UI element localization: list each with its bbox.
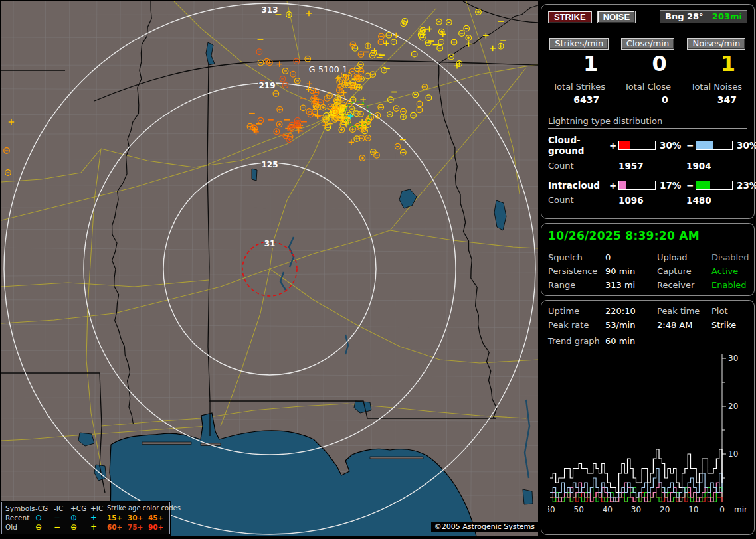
svg-text:50: 50 xyxy=(574,505,584,514)
age-code-90: 90+ xyxy=(148,522,168,532)
range-value: 313 mi xyxy=(605,280,657,290)
squelch-value: 0 xyxy=(605,252,657,262)
copyright-text: ©2005 Astrogenic Systems xyxy=(431,522,538,532)
uptime-value: 220:10 xyxy=(605,306,657,316)
old-cg-neg-icon: ⊖ xyxy=(35,522,54,532)
svg-text:313: 313 xyxy=(261,5,278,15)
trend-graph: 1020306050403020100min xyxy=(548,350,747,526)
peak-time-label: Peak time xyxy=(657,306,711,316)
legend-symbols-header: Symbols xyxy=(5,504,35,513)
svg-text:31: 31 xyxy=(264,239,276,248)
cg-negative-count: 1904 xyxy=(686,161,747,171)
trend-graph-value: 60 min xyxy=(605,336,747,346)
cg-positive-bar xyxy=(618,141,656,150)
cloud-ground-count-row: Count 1957 1904 xyxy=(548,161,747,171)
bearing-distance: 203mi xyxy=(712,11,742,23)
svg-text:40: 40 xyxy=(603,505,613,514)
strike-mode-button[interactable]: STRIKE xyxy=(548,11,592,23)
age-code-30: 30+ xyxy=(128,513,148,522)
strikes-per-min-column: Strikes/min 1 Total Strikes 6437 xyxy=(548,38,610,105)
total-strikes-value: 6437 xyxy=(548,94,610,105)
legend-col-cg-pos: +CG xyxy=(70,504,90,513)
bearing-display: Bng 28° 203mi xyxy=(660,10,747,23)
persistence-label: Persistence xyxy=(548,266,605,276)
ic-positive-count: 1096 xyxy=(618,195,686,206)
ic-negative-bar xyxy=(696,181,733,190)
legend-row-recent-label: Recent xyxy=(5,513,35,522)
upload-label: Upload xyxy=(657,252,711,262)
svg-text:G-5100-1: G-5100-1 xyxy=(309,64,347,74)
recent-ic-neg-icon: − xyxy=(54,513,70,522)
old-ic-pos-icon: + xyxy=(90,522,107,532)
svg-text:20: 20 xyxy=(728,402,738,411)
ic-negative-pct: 23% xyxy=(733,180,756,191)
svg-text:30: 30 xyxy=(728,354,738,363)
svg-text:10: 10 xyxy=(688,505,698,514)
total-close-label: Total Close xyxy=(616,82,678,92)
legend-col-ic-neg: -IC xyxy=(54,504,70,513)
rates-grid: Strikes/min 1 Total Strikes 6437 Close/m… xyxy=(548,38,747,105)
strike-map[interactable]: 31321912531G-5100-1 Symbols -CG -IC +CG … xyxy=(1,1,538,536)
minus-sign: − xyxy=(686,140,696,151)
plot-type-value: Strike xyxy=(711,320,747,330)
bearing-value: Bng 28° xyxy=(665,11,704,23)
svg-text:min: min xyxy=(734,505,747,514)
cloud-ground-row: Cloud-ground + 30% − 30% xyxy=(548,135,747,156)
cg-positive-pct: 30% xyxy=(656,140,686,151)
cloud-ground-label: Cloud-ground xyxy=(548,135,609,156)
strikes-per-min-chip: Strikes/min xyxy=(549,38,609,50)
datetime-display: 10/26/2025 8:39:20 AM xyxy=(548,229,747,242)
ic-positive-pct: 17% xyxy=(656,180,686,191)
svg-text:20: 20 xyxy=(660,505,670,514)
svg-text:125: 125 xyxy=(261,160,278,169)
upload-status: Disabled xyxy=(711,252,749,262)
total-close-value: 0 xyxy=(616,94,678,105)
legend-col-ic-pos: +IC xyxy=(90,504,107,513)
capture-label: Capture xyxy=(657,266,711,276)
legend-col-cg-neg: -CG xyxy=(35,504,54,513)
noises-per-min-chip: Noises/min xyxy=(687,38,745,50)
divider xyxy=(548,246,747,246)
close-per-min-value: 0 xyxy=(616,53,678,76)
distribution-header: Lightning type distribution xyxy=(548,116,747,129)
symbol-legend: Symbols -CG -IC +CG +IC Strike age color… xyxy=(1,502,170,534)
legend-age-header: Strike age color codes xyxy=(107,504,168,513)
noise-mode-button[interactable]: NOISE xyxy=(597,11,636,23)
lightning-detector-window: 31321912531G-5100-1 Symbols -CG -IC +CG … xyxy=(0,0,756,539)
uptime-label: Uptime xyxy=(548,306,605,316)
persistence-value: 90 min xyxy=(605,266,657,276)
total-noises-value: 347 xyxy=(686,94,747,105)
old-ic-neg-icon: − xyxy=(54,522,70,532)
trend-chart-canvas: 1020306050403020100min xyxy=(548,350,747,524)
svg-text:30: 30 xyxy=(631,505,641,514)
sidebar: STRIKE NOISE Bng 28° 203mi Strikes/min 1… xyxy=(539,0,756,539)
svg-text:10: 10 xyxy=(728,449,738,459)
ic-positive-bar xyxy=(618,181,656,190)
squelch-label: Squelch xyxy=(548,252,605,262)
total-noises-label: Total Noises xyxy=(686,82,747,92)
peak-rate-label: Peak rate xyxy=(548,320,605,330)
recent-cg-pos-icon: ⊕ xyxy=(70,513,90,522)
map-canvas[interactable]: 31321912531G-5100-1 xyxy=(1,1,538,536)
cg-positive-count: 1957 xyxy=(618,161,686,171)
status-panel: 10/26/2025 8:39:20 AM Squelch 0 Upload D… xyxy=(541,223,755,296)
range-label: Range xyxy=(548,280,605,290)
svg-text:219: 219 xyxy=(258,81,275,90)
recent-cg-neg-icon: ⊖ xyxy=(35,513,54,522)
age-code-75: 75+ xyxy=(128,522,148,532)
count-label: Count xyxy=(548,195,618,206)
total-strikes-label: Total Strikes xyxy=(548,82,610,92)
intracloud-label: Intracloud xyxy=(548,180,609,191)
minus-sign: − xyxy=(686,180,696,191)
age-code-60: 60+ xyxy=(107,522,128,532)
cg-negative-pct: 30% xyxy=(733,140,756,151)
close-per-min-chip: Close/min xyxy=(621,38,674,50)
plot-label: Plot xyxy=(711,306,747,316)
intracloud-row: Intracloud + 17% − 23% xyxy=(548,180,747,191)
stats-panel: STRIKE NOISE Bng 28° 203mi Strikes/min 1… xyxy=(541,4,755,219)
trend-graph-label: Trend graph xyxy=(548,336,605,346)
peak-time-value: 2:48 AM xyxy=(657,320,711,330)
intracloud-count-row: Count 1096 1480 xyxy=(548,195,747,206)
capture-status: Active xyxy=(711,266,749,276)
receiver-label: Receiver xyxy=(657,280,711,290)
